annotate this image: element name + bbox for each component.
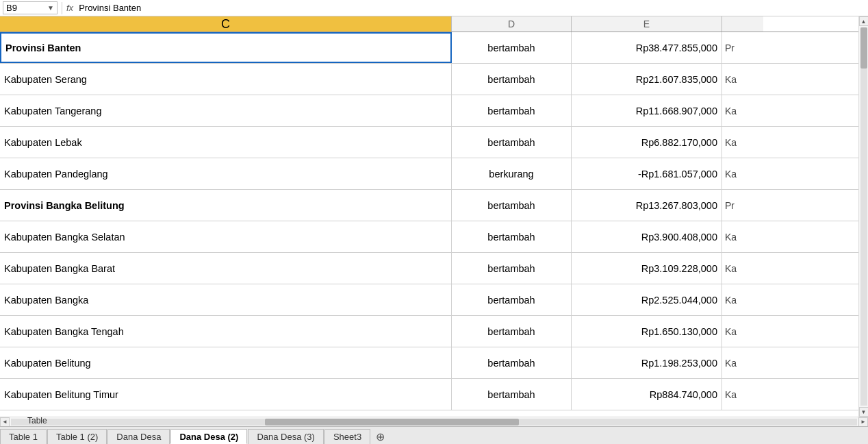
scroll-up-arrow[interactable]: ▲ <box>859 16 869 26</box>
cell-F-partial-7[interactable]: Ka <box>722 253 868 284</box>
cell-C-7[interactable]: Kabupaten Bangka Barat <box>0 253 452 284</box>
cell-F-partial-6[interactable]: Ka <box>722 221 868 252</box>
vertical-scrollbar[interactable]: ▲ ▼ <box>858 16 868 417</box>
table-row: Kabupaten Pandeglangberkurang-Rp1.681.05… <box>0 158 868 190</box>
cell-F-partial-3[interactable]: Ka <box>722 127 868 158</box>
cell-F-partial-8[interactable]: Ka <box>722 284 868 315</box>
formula-bar-divider <box>62 2 62 14</box>
cell-F-partial-2[interactable]: Ka <box>722 95 868 126</box>
cell-D-5[interactable]: bertambah <box>452 190 572 221</box>
cell-D-6[interactable]: bertambah <box>452 221 572 252</box>
table-row: Kabupaten SerangbertambahRp21.607.835,00… <box>0 64 868 95</box>
cell-F-partial-9[interactable]: Ka <box>722 316 868 347</box>
cell-E-7[interactable]: Rp3.109.228,000 <box>572 253 722 284</box>
scroll-track-horizontal[interactable] <box>11 419 857 426</box>
table-row: Kabupaten Bangka SelatanbertambahRp3.900… <box>0 221 868 253</box>
column-headers: C D E <box>0 16 868 32</box>
table-row: Kabupaten Belitung TimurbertambahRp884.7… <box>0 379 868 410</box>
cell-C-1[interactable]: Kabupaten Serang <box>0 64 452 95</box>
cell-E-1[interactable]: Rp21.607.835,000 <box>572 64 722 95</box>
horizontal-scrollbar[interactable]: ◄ ► <box>0 417 868 426</box>
cell-E-6[interactable]: Rp3.900.408,000 <box>572 221 722 252</box>
cell-C-6[interactable]: Kabupaten Bangka Selatan <box>0 221 452 252</box>
sheet-tab-1[interactable]: Table 1 (2) <box>47 429 107 444</box>
cell-D-7[interactable]: bertambah <box>452 253 572 284</box>
cell-C-3[interactable]: Kabupaten Lebak <box>0 127 452 158</box>
cell-C-4[interactable]: Kabupaten Pandeglang <box>0 158 452 189</box>
data-rows: Provinsi BantenbertambahRp38.477.855,000… <box>0 32 868 410</box>
scroll-down-arrow[interactable]: ▼ <box>859 407 869 417</box>
cell-E-3[interactable]: Rp6.882.170,000 <box>572 127 722 158</box>
sheet-tab-4[interactable]: Dana Desa (3) <box>248 429 324 444</box>
cell-F-partial-10[interactable]: Ka <box>722 347 868 378</box>
scroll-thumb-horizontal[interactable] <box>265 419 519 426</box>
col-header-D[interactable]: D <box>452 16 572 32</box>
name-box[interactable]: B9 ▼ <box>3 1 58 14</box>
table-row: Kabupaten LebakbertambahRp6.882.170,000K… <box>0 127 868 158</box>
cell-C-11[interactable]: Kabupaten Belitung Timur <box>0 379 452 410</box>
cell-C-2[interactable]: Kabupaten Tangerang <box>0 95 452 126</box>
table-row: Kabupaten TangerangbertambahRp11.668.907… <box>0 95 868 127</box>
scroll-thumb-vertical[interactable] <box>860 27 867 69</box>
spreadsheet-grid: C D E Provinsi BantenbertambahRp38.477.8… <box>0 16 868 410</box>
cell-D-8[interactable]: bertambah <box>452 284 572 315</box>
cell-D-11[interactable]: bertambah <box>452 379 572 410</box>
status-label: Table <box>27 416 47 426</box>
cell-C-0[interactable]: Provinsi Banten <box>0 32 452 63</box>
cell-C-5[interactable]: Provinsi Bangka Belitung <box>0 190 452 221</box>
formula-value: Provinsi Banten <box>79 3 141 13</box>
sheet-tab-3[interactable]: Dana Desa (2) <box>170 429 247 444</box>
cell-D-10[interactable]: bertambah <box>452 347 572 378</box>
cell-D-3[interactable]: bertambah <box>452 127 572 158</box>
sheet-tab-bar: Table 1Table 1 (2)Dana DesaDana Desa (2)… <box>0 426 868 444</box>
cell-D-0[interactable]: bertambah <box>452 32 572 63</box>
scroll-right-arrow[interactable]: ► <box>858 417 868 427</box>
cell-D-9[interactable]: bertambah <box>452 316 572 347</box>
scroll-left-arrow[interactable]: ◄ <box>0 417 10 427</box>
name-box-dropdown-icon: ▼ <box>47 4 54 12</box>
sheet-tab-0[interactable]: Table 1 <box>0 429 47 444</box>
cell-E-0[interactable]: Rp38.477.855,000 <box>572 32 722 63</box>
col-header-E[interactable]: E <box>572 16 722 32</box>
cell-F-partial-4[interactable]: Ka <box>722 158 868 189</box>
cell-E-5[interactable]: Rp13.267.803,000 <box>572 190 722 221</box>
cell-F-partial-1[interactable]: Ka <box>722 64 868 95</box>
table-row: Kabupaten Bangka BaratbertambahRp3.109.2… <box>0 253 868 284</box>
cell-E-4[interactable]: -Rp1.681.057,000 <box>572 158 722 189</box>
cell-E-10[interactable]: Rp1.198.253,000 <box>572 347 722 378</box>
sheet-tab-2[interactable]: Dana Desa <box>107 429 170 444</box>
cell-E-2[interactable]: Rp11.668.907,000 <box>572 95 722 126</box>
cell-D-4[interactable]: berkurang <box>452 158 572 189</box>
formula-bar: B9 ▼ fx Provinsi Banten <box>0 0 868 16</box>
fx-icon: fx <box>66 3 73 13</box>
table-row: Provinsi Bangka BelitungbertambahRp13.26… <box>0 190 868 221</box>
name-box-value: B9 <box>6 3 17 13</box>
col-header-F-partial[interactable] <box>722 16 763 32</box>
col-header-C[interactable]: C <box>0 16 452 32</box>
scroll-track-vertical[interactable] <box>860 27 867 406</box>
add-sheet-button[interactable]: ⊕ <box>372 429 387 444</box>
table-row: Kabupaten Bangka TengahbertambahRp1.650.… <box>0 316 868 347</box>
table-row: Kabupaten BangkabertambahRp2.525.044,000… <box>0 284 868 316</box>
cell-F-partial-5[interactable]: Pr <box>722 190 868 221</box>
cell-E-11[interactable]: Rp884.740,000 <box>572 379 722 410</box>
cell-D-2[interactable]: bertambah <box>452 95 572 126</box>
cell-D-1[interactable]: bertambah <box>452 64 572 95</box>
cell-E-8[interactable]: Rp2.525.044,000 <box>572 284 722 315</box>
table-row: Kabupaten BelitungbertambahRp1.198.253,0… <box>0 347 868 379</box>
cell-C-10[interactable]: Kabupaten Belitung <box>0 347 452 378</box>
cell-F-partial-11[interactable]: Ka <box>722 379 868 410</box>
sheet-tab-5[interactable]: Sheet3 <box>324 429 370 444</box>
cell-C-9[interactable]: Kabupaten Bangka Tengah <box>0 316 452 347</box>
cell-C-8[interactable]: Kabupaten Bangka <box>0 284 452 315</box>
table-row: Provinsi BantenbertambahRp38.477.855,000… <box>0 32 868 64</box>
cell-F-partial-0[interactable]: Pr <box>722 32 868 63</box>
cell-E-9[interactable]: Rp1.650.130,000 <box>572 316 722 347</box>
